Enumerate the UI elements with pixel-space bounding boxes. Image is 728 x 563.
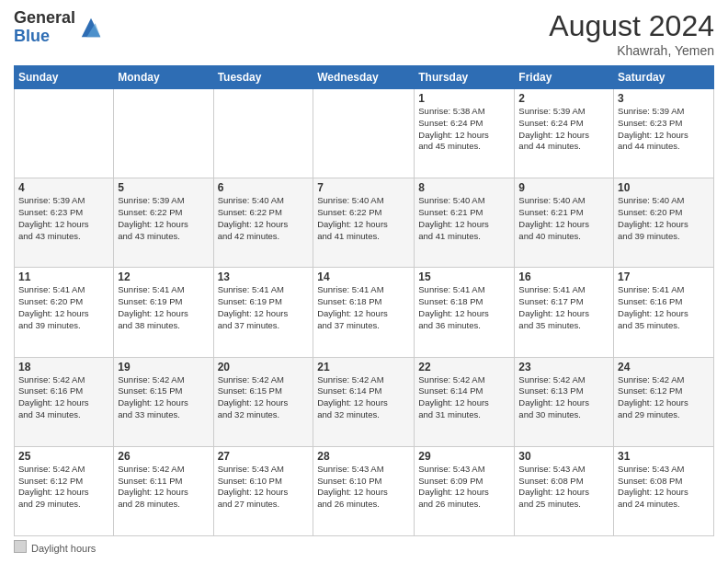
day-info: Sunrise: 5:42 AM Sunset: 6:15 PM Dayligh… [218,374,310,421]
col-wednesday: Wednesday [313,66,415,89]
calendar-header: Sunday Monday Tuesday Wednesday Thursday… [15,66,714,89]
day-number: 7 [317,181,410,194]
day-number: 10 [618,181,710,194]
day-info: Sunrise: 5:43 AM Sunset: 6:10 PM Dayligh… [317,464,410,511]
day-number: 4 [18,181,109,194]
table-row: 10Sunrise: 5:40 AM Sunset: 6:20 PM Dayli… [614,178,714,268]
location: Khawrah, Yemen [549,43,714,58]
table-row: 23Sunrise: 5:42 AM Sunset: 6:13 PM Dayli… [515,357,614,446]
table-row: 16Sunrise: 5:41 AM Sunset: 6:17 PM Dayli… [515,268,614,357]
day-info: Sunrise: 5:41 AM Sunset: 6:19 PM Dayligh… [218,284,310,331]
table-row: 19Sunrise: 5:42 AM Sunset: 6:15 PM Dayli… [114,357,213,446]
day-info: Sunrise: 5:40 AM Sunset: 6:21 PM Dayligh… [518,195,609,242]
table-row: 8Sunrise: 5:40 AM Sunset: 6:21 PM Daylig… [415,178,515,268]
header: General Blue August 2024 Khawrah, Yemen [14,9,714,58]
logo-blue: Blue [14,28,75,46]
day-number: 25 [18,450,109,463]
table-row: 30Sunrise: 5:43 AM Sunset: 6:08 PM Dayli… [515,446,614,535]
table-row: 29Sunrise: 5:43 AM Sunset: 6:09 PM Dayli… [415,446,515,535]
table-row: 26Sunrise: 5:42 AM Sunset: 6:11 PM Dayli… [114,446,213,535]
calendar-week-1: 1Sunrise: 5:38 AM Sunset: 6:24 PM Daylig… [15,89,714,178]
table-row: 25Sunrise: 5:42 AM Sunset: 6:12 PM Dayli… [15,446,114,535]
col-sunday: Sunday [15,66,114,89]
day-info: Sunrise: 5:40 AM Sunset: 6:22 PM Dayligh… [317,195,410,242]
table-row: 18Sunrise: 5:42 AM Sunset: 6:16 PM Dayli… [15,357,114,446]
day-number: 23 [518,361,609,373]
day-number: 27 [218,450,310,463]
logo: General Blue [14,9,104,46]
col-saturday: Saturday [614,66,714,89]
day-number: 1 [418,92,510,105]
col-tuesday: Tuesday [213,66,313,89]
day-number: 15 [418,270,510,283]
daylight-box [14,540,27,553]
table-row: 6Sunrise: 5:40 AM Sunset: 6:22 PM Daylig… [213,178,313,268]
day-info: Sunrise: 5:41 AM Sunset: 6:17 PM Dayligh… [518,284,609,331]
day-number: 21 [317,361,410,373]
table-row: 20Sunrise: 5:42 AM Sunset: 6:15 PM Dayli… [213,357,313,446]
day-number: 8 [418,181,510,194]
day-number: 11 [18,270,109,283]
day-info: Sunrise: 5:38 AM Sunset: 6:24 PM Dayligh… [418,106,510,153]
table-row [213,89,313,178]
day-info: Sunrise: 5:42 AM Sunset: 6:16 PM Dayligh… [18,374,109,421]
day-info: Sunrise: 5:41 AM Sunset: 6:20 PM Dayligh… [18,284,109,331]
day-info: Sunrise: 5:41 AM Sunset: 6:18 PM Dayligh… [418,284,510,331]
calendar-week-2: 4Sunrise: 5:39 AM Sunset: 6:23 PM Daylig… [15,178,714,268]
day-number: 16 [518,270,609,283]
day-number: 17 [618,270,710,283]
day-info: Sunrise: 5:41 AM Sunset: 6:16 PM Dayligh… [618,284,710,331]
table-row: 24Sunrise: 5:42 AM Sunset: 6:12 PM Dayli… [614,357,714,446]
day-info: Sunrise: 5:43 AM Sunset: 6:10 PM Dayligh… [218,464,310,511]
day-info: Sunrise: 5:43 AM Sunset: 6:08 PM Dayligh… [518,464,609,511]
day-number: 19 [118,361,209,373]
day-info: Sunrise: 5:41 AM Sunset: 6:18 PM Dayligh… [317,284,410,331]
day-info: Sunrise: 5:43 AM Sunset: 6:09 PM Dayligh… [418,464,510,511]
table-row: 14Sunrise: 5:41 AM Sunset: 6:18 PM Dayli… [313,268,415,357]
day-info: Sunrise: 5:39 AM Sunset: 6:23 PM Dayligh… [618,106,710,153]
day-info: Sunrise: 5:42 AM Sunset: 6:11 PM Dayligh… [118,464,209,511]
day-info: Sunrise: 5:39 AM Sunset: 6:24 PM Dayligh… [518,106,609,153]
table-row: 15Sunrise: 5:41 AM Sunset: 6:18 PM Dayli… [415,268,515,357]
calendar-week-5: 25Sunrise: 5:42 AM Sunset: 6:12 PM Dayli… [15,446,714,535]
day-number: 28 [317,450,410,463]
table-row: 11Sunrise: 5:41 AM Sunset: 6:20 PM Dayli… [15,268,114,357]
day-info: Sunrise: 5:42 AM Sunset: 6:14 PM Dayligh… [317,374,410,421]
table-row: 5Sunrise: 5:39 AM Sunset: 6:22 PM Daylig… [114,178,213,268]
table-row: 17Sunrise: 5:41 AM Sunset: 6:16 PM Dayli… [614,268,714,357]
table-row: 31Sunrise: 5:43 AM Sunset: 6:08 PM Dayli… [614,446,714,535]
day-number: 24 [618,361,710,373]
day-number: 9 [518,181,609,194]
table-row: 9Sunrise: 5:40 AM Sunset: 6:21 PM Daylig… [515,178,614,268]
logo-icon [78,15,104,40]
day-number: 20 [218,361,310,373]
table-row: 12Sunrise: 5:41 AM Sunset: 6:19 PM Dayli… [114,268,213,357]
day-info: Sunrise: 5:42 AM Sunset: 6:14 PM Dayligh… [418,374,510,421]
table-row: 21Sunrise: 5:42 AM Sunset: 6:14 PM Dayli… [313,357,415,446]
col-thursday: Thursday [415,66,515,89]
table-row: 13Sunrise: 5:41 AM Sunset: 6:19 PM Dayli… [213,268,313,357]
day-number: 22 [418,361,510,373]
calendar-week-3: 11Sunrise: 5:41 AM Sunset: 6:20 PM Dayli… [15,268,714,357]
day-number: 13 [218,270,310,283]
daylight-label: Daylight hours [31,543,96,554]
day-info: Sunrise: 5:41 AM Sunset: 6:19 PM Dayligh… [118,284,209,331]
day-info: Sunrise: 5:42 AM Sunset: 6:12 PM Dayligh… [618,374,710,421]
day-number: 5 [118,181,209,194]
day-number: 14 [317,270,410,283]
day-number: 31 [618,450,710,463]
day-number: 2 [518,92,609,105]
table-row: 4Sunrise: 5:39 AM Sunset: 6:23 PM Daylig… [15,178,114,268]
day-info: Sunrise: 5:42 AM Sunset: 6:13 PM Dayligh… [518,374,609,421]
day-info: Sunrise: 5:40 AM Sunset: 6:22 PM Dayligh… [218,195,310,242]
table-row: 22Sunrise: 5:42 AM Sunset: 6:14 PM Dayli… [415,357,515,446]
table-row [15,89,114,178]
day-number: 12 [118,270,209,283]
day-number: 18 [18,361,109,373]
day-number: 3 [618,92,710,105]
header-row: Sunday Monday Tuesday Wednesday Thursday… [15,66,714,89]
day-info: Sunrise: 5:40 AM Sunset: 6:20 PM Dayligh… [618,195,710,242]
table-row: 28Sunrise: 5:43 AM Sunset: 6:10 PM Dayli… [313,446,415,535]
day-number: 29 [418,450,510,463]
day-number: 6 [218,181,310,194]
